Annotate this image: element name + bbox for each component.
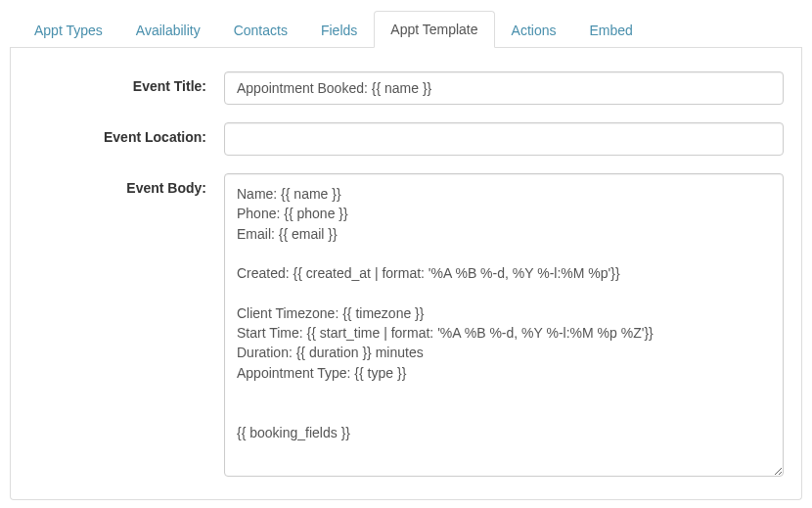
event-location-input[interactable] [224, 122, 784, 156]
label-event-title: Event Title: [28, 71, 224, 94]
event-body-textarea[interactable] [224, 173, 784, 477]
event-title-input[interactable] [224, 71, 784, 105]
label-event-body: Event Body: [28, 173, 224, 196]
tab-fields[interactable]: Fields [304, 12, 374, 48]
tab-bar: Appt Types Availability Contacts Fields … [10, 10, 802, 48]
label-event-location: Event Location: [28, 122, 224, 145]
tab-appt-template[interactable]: Appt Template [374, 11, 494, 48]
tab-actions[interactable]: Actions [495, 12, 573, 48]
tab-contacts[interactable]: Contacts [217, 12, 304, 48]
tab-embed[interactable]: Embed [572, 12, 649, 48]
tab-appt-types[interactable]: Appt Types [18, 12, 119, 48]
tab-availability[interactable]: Availability [119, 12, 217, 48]
tab-panel-appt-template: Event Title: Event Location: Event Body: [10, 48, 802, 500]
